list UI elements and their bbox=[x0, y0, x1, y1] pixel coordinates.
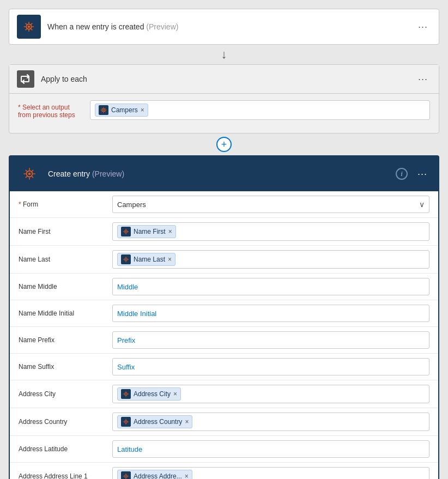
form-row-6: Address City Address City × bbox=[10, 380, 438, 408]
svg-point-16 bbox=[125, 393, 126, 395]
svg-point-7 bbox=[28, 173, 31, 175]
svg-point-13 bbox=[125, 259, 126, 260]
label-3: Name Middle Initial bbox=[19, 310, 106, 317]
form-row-3: Name Middle InitialMiddle Initial bbox=[10, 300, 438, 327]
label-2: Name Middle bbox=[19, 283, 106, 290]
svg-point-10 bbox=[125, 231, 126, 232]
chip-remove-7[interactable]: × bbox=[185, 419, 189, 425]
chip-icon-9 bbox=[121, 471, 131, 479]
trigger-title-text: When a new entry is created bbox=[47, 22, 144, 31]
label-6: Address City bbox=[19, 390, 106, 398]
chip-remove-0[interactable]: × bbox=[168, 228, 172, 235]
text-input-3: Middle Initial bbox=[117, 310, 156, 318]
text-input-8: Latitude bbox=[117, 445, 142, 453]
token-chip-7: Address Country × bbox=[117, 415, 192, 428]
form-label: Form bbox=[19, 201, 106, 208]
arrow-connector: ↓ bbox=[221, 45, 227, 64]
apply-each-card: Apply to each ··· * Select an output fro… bbox=[9, 64, 439, 134]
chip-label-6: Address City bbox=[134, 390, 171, 398]
add-step-button[interactable]: + bbox=[216, 137, 232, 152]
create-entry-title: Create entry (Preview) bbox=[48, 169, 389, 178]
svg-point-4 bbox=[103, 110, 104, 111]
text-input-5: Suffix bbox=[117, 363, 135, 371]
chip-label-9: Address Addre... bbox=[134, 472, 182, 479]
trigger-preview-label: (Preview) bbox=[146, 22, 178, 31]
trigger-title: When a new entry is created (Preview) bbox=[47, 22, 408, 31]
chip-label-1: Name Last bbox=[134, 256, 165, 263]
select-output-row: * Select an output from previous steps C… bbox=[18, 100, 430, 120]
apply-card-body: * Select an output from previous steps C… bbox=[9, 94, 439, 133]
create-entry-icon bbox=[17, 162, 41, 186]
campers-gear-icon bbox=[100, 106, 107, 114]
campers-token: Campers × bbox=[95, 104, 148, 117]
field-3[interactable]: Middle Initial bbox=[112, 305, 429, 322]
trigger-icon bbox=[17, 15, 41, 39]
form-row-7: Address Country Address Country × bbox=[10, 408, 438, 436]
campers-chip-icon bbox=[99, 105, 108, 115]
form-row-9: Address Address Line 1 Address Addre... … bbox=[10, 463, 438, 479]
plus-connector: + bbox=[216, 134, 232, 155]
field-4[interactable]: Prefix bbox=[112, 331, 429, 349]
chip-remove-1[interactable]: × bbox=[168, 256, 172, 263]
chip-icon-1 bbox=[121, 254, 131, 264]
svg-point-22 bbox=[125, 476, 126, 477]
create-card-body: Form Campers ∨ Name First Name First × N… bbox=[10, 191, 438, 479]
field-9[interactable]: Address Addre... × bbox=[112, 467, 429, 479]
info-button[interactable]: i bbox=[396, 168, 408, 180]
form-select-field[interactable]: Campers ∨ bbox=[112, 196, 429, 213]
token-chip-9: Address Addre... × bbox=[117, 470, 192, 479]
create-more-button[interactable]: ··· bbox=[414, 167, 431, 181]
chip-icon-7 bbox=[121, 417, 131, 427]
dropdown-arrow-icon: ∨ bbox=[419, 200, 425, 209]
field-6[interactable]: Address City × bbox=[112, 385, 429, 403]
apply-each-title: Apply to each bbox=[41, 75, 408, 83]
trigger-more-button[interactable]: ··· bbox=[415, 20, 431, 34]
text-input-4: Prefix bbox=[117, 336, 135, 344]
field-5[interactable]: Suffix bbox=[112, 358, 429, 375]
apply-icon bbox=[17, 70, 34, 88]
form-row-8: Address LatitudeLatitude bbox=[10, 436, 438, 463]
field-0[interactable]: Name First × bbox=[112, 222, 429, 241]
form-field-row: Form Campers ∨ bbox=[10, 191, 438, 218]
label-4: Name Prefix bbox=[19, 336, 106, 344]
campers-chip-remove[interactable]: × bbox=[141, 107, 144, 113]
create-preview-text: (Preview) bbox=[92, 169, 124, 178]
create-card-header: Create entry (Preview) i ··· bbox=[10, 156, 438, 191]
chip-label-0: Name First bbox=[134, 228, 166, 235]
create-gear-icon bbox=[22, 166, 37, 181]
form-row-5: Name SuffixSuffix bbox=[10, 354, 438, 380]
label-0: Name First bbox=[19, 228, 106, 235]
label-1: Name Last bbox=[19, 256, 106, 263]
label-9: Address Address Line 1 bbox=[19, 472, 106, 479]
chip-icon-0 bbox=[121, 227, 131, 237]
form-rows-container: Name First Name First × Name Last bbox=[10, 218, 438, 479]
gear-icon bbox=[21, 19, 37, 34]
chip-label-7: Address Country bbox=[134, 418, 182, 426]
svg-point-1 bbox=[28, 26, 31, 28]
svg-point-19 bbox=[125, 421, 126, 422]
apply-card-header: Apply to each ··· bbox=[9, 65, 439, 94]
create-entry-card: Create entry (Preview) i ··· Form Camper… bbox=[9, 155, 439, 479]
trigger-card: When a new entry is created (Preview) ··… bbox=[9, 9, 439, 45]
form-row-1: Name Last Name Last × bbox=[10, 246, 438, 274]
apply-more-button[interactable]: ··· bbox=[415, 72, 431, 86]
field-1[interactable]: Name Last × bbox=[112, 250, 429, 269]
form-select-value: Campers bbox=[117, 201, 146, 209]
text-input-2: Middle bbox=[117, 283, 138, 291]
token-chip-1: Name Last × bbox=[117, 253, 175, 266]
label-5: Name Suffix bbox=[19, 363, 106, 371]
form-row-0: Name First Name First × bbox=[10, 218, 438, 246]
form-row-2: Name MiddleMiddle bbox=[10, 274, 438, 300]
down-arrow-icon: ↓ bbox=[221, 47, 227, 62]
field-7[interactable]: Address Country × bbox=[112, 413, 429, 431]
chip-icon-6 bbox=[121, 389, 131, 399]
select-output-label: * Select an output from previous steps bbox=[18, 100, 83, 119]
create-title-text: Create entry bbox=[48, 169, 90, 178]
chip-remove-9[interactable]: × bbox=[185, 473, 189, 479]
field-8[interactable]: Latitude bbox=[112, 440, 429, 458]
campers-chip-label: Campers bbox=[111, 106, 138, 114]
chip-remove-6[interactable]: × bbox=[173, 391, 177, 397]
field-2[interactable]: Middle bbox=[112, 278, 429, 295]
label-8: Address Latitude bbox=[19, 445, 106, 453]
campers-token-field[interactable]: Campers × bbox=[90, 100, 430, 120]
